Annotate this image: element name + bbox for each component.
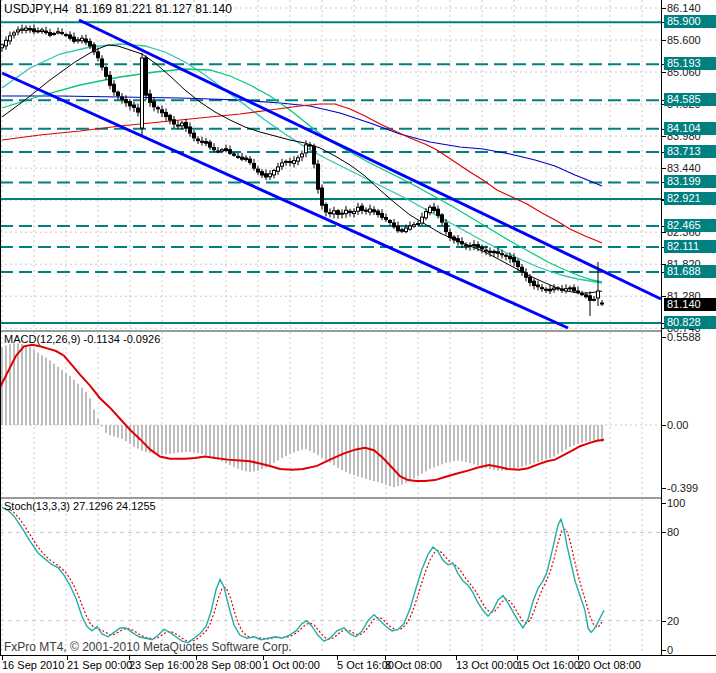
- candle-bull: [333, 211, 336, 214]
- macd-histogram-bar: [201, 425, 203, 454]
- candle-bull: [409, 226, 412, 229]
- macd-histogram-bar: [581, 425, 583, 443]
- macd-histogram-bar: [273, 425, 275, 463]
- macd-histogram-bar: [5, 346, 7, 425]
- candle-bear: [105, 68, 108, 77]
- macd-histogram-bar: [65, 373, 67, 425]
- candle-bear: [237, 156, 240, 157]
- macd-histogram-bar: [241, 425, 243, 470]
- macd-histogram-bar: [281, 425, 283, 458]
- macd-histogram-bar: [525, 425, 527, 466]
- macd-histogram-bar: [209, 425, 211, 456]
- macd-histogram-bar: [481, 425, 483, 467]
- stoch-scale-label: 80: [667, 526, 679, 538]
- candle-bull: [9, 36, 12, 41]
- macd-histogram-bar: [205, 425, 207, 455]
- macd-histogram-bar: [269, 425, 271, 465]
- candle-bear: [325, 204, 328, 212]
- ma-cyan-line: [2, 44, 602, 283]
- candle-bear: [505, 255, 508, 256]
- macd-pane[interactable]: [0, 332, 662, 497]
- candle-bull: [293, 161, 296, 164]
- macd-histogram-bar: [341, 425, 343, 470]
- candle-bear: [549, 289, 552, 291]
- candle-bear: [441, 215, 444, 222]
- mt4-chart-window: USDJPY,H4 81.169 81.221 81.127 81.140 MA…: [0, 0, 716, 673]
- candle-bear: [497, 252, 500, 254]
- candle-bear: [69, 35, 72, 38]
- macd-histogram-bar: [293, 425, 295, 453]
- candle-bear: [537, 285, 540, 287]
- time-scale-label: 1 Oct 00:00: [263, 659, 320, 671]
- candle-bull: [369, 209, 372, 212]
- macd-histogram-bar: [161, 425, 163, 455]
- macd-histogram-bar: [141, 425, 143, 450]
- candle-bear: [225, 149, 228, 151]
- candle-bear: [589, 296, 592, 301]
- candle-bull: [297, 158, 300, 161]
- macd-histogram-bar: [389, 425, 391, 486]
- macd-histogram-bar: [13, 344, 15, 425]
- time-axis[interactable]: 16 Sep 201021 Sep 00:0023 Sep 16:0028 Se…: [0, 655, 716, 673]
- macd-histogram-bar: [501, 425, 503, 471]
- candle-bear: [581, 294, 584, 295]
- macd-histogram-bar: [537, 425, 539, 462]
- price-tick: [662, 8, 666, 9]
- candle-bear: [473, 245, 476, 246]
- macd-histogram-bar: [421, 425, 423, 474]
- candle-bear: [249, 159, 252, 162]
- macd-histogram-bar: [245, 425, 247, 471]
- main-price-pane[interactable]: [0, 0, 662, 330]
- candle-bear: [401, 230, 404, 231]
- macd-histogram-bar: [85, 392, 87, 425]
- macd-histogram-bar: [249, 425, 251, 472]
- macd-histogram-bar: [437, 425, 439, 466]
- candle-bull: [421, 217, 424, 223]
- macd-histogram-bar: [305, 425, 307, 449]
- candle-bear: [121, 97, 124, 99]
- pane-splitter-stoch[interactable]: [0, 497, 662, 499]
- candle-bear: [109, 75, 112, 85]
- ma-blue-line: [2, 96, 602, 186]
- candle-bear: [117, 92, 120, 96]
- candle-bear: [241, 157, 244, 159]
- macd-histogram-bar: [597, 425, 599, 441]
- candle-bull: [77, 40, 80, 41]
- candle-bear: [513, 258, 516, 262]
- candle-bear: [49, 33, 52, 36]
- candle-bear: [449, 233, 452, 238]
- price-scale-label: 83.440: [667, 162, 701, 174]
- macd-histogram-bar: [585, 425, 587, 442]
- price-scale-label: 85.600: [667, 34, 701, 46]
- macd-histogram-bar: [237, 425, 239, 469]
- candle-bear: [601, 303, 604, 304]
- candle-bear: [569, 288, 572, 289]
- macd-histogram-bar: [321, 425, 323, 458]
- candle-bear: [393, 223, 396, 227]
- candle-bear: [209, 142, 212, 147]
- macd-histogram-bar: [121, 425, 123, 439]
- candle-bull: [37, 31, 40, 32]
- price-tick: [662, 296, 666, 297]
- level-price-label: 80.828: [664, 316, 716, 329]
- price-tick: [662, 621, 666, 622]
- stoch-pane[interactable]: [0, 499, 662, 654]
- stoch-scale-label: 20: [667, 615, 679, 627]
- price-axis[interactable]: 86.14085.60085.06084.52083.98083.44082.9…: [662, 0, 716, 655]
- macd-histogram-bar: [217, 425, 219, 459]
- candle-bear: [501, 254, 504, 255]
- candle-bull: [593, 299, 596, 300]
- candle-bear: [125, 100, 128, 103]
- macd-histogram-bar: [97, 419, 99, 425]
- pane-splitter-macd[interactable]: [0, 330, 662, 332]
- candle-bull: [177, 125, 180, 126]
- time-scale-label: 20 Oct 08:00: [578, 659, 641, 671]
- macd-histogram-bar: [177, 425, 179, 453]
- time-scale-label: 15 Oct 16:00: [517, 659, 580, 671]
- macd-scale-label: 0.5588: [667, 331, 701, 343]
- macd-histogram-bar: [365, 425, 367, 479]
- level-price-label: 82.465: [664, 219, 716, 232]
- candle-bear: [377, 211, 380, 214]
- macd-histogram-bar: [373, 425, 375, 481]
- ma-green-line: [2, 69, 602, 282]
